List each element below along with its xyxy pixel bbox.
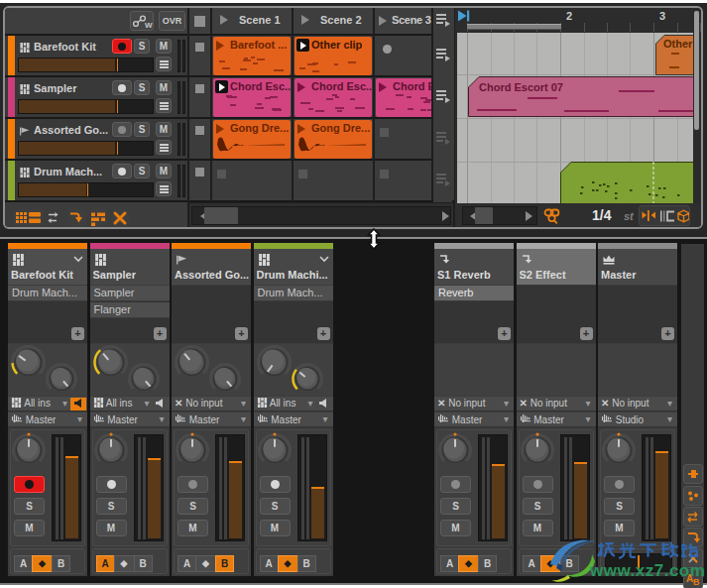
svg-text:Other: Other [663, 38, 693, 50]
svg-text:Chord Escort 07: Chord Escort 07 [479, 81, 563, 93]
svg-text:W: W [145, 21, 153, 30]
